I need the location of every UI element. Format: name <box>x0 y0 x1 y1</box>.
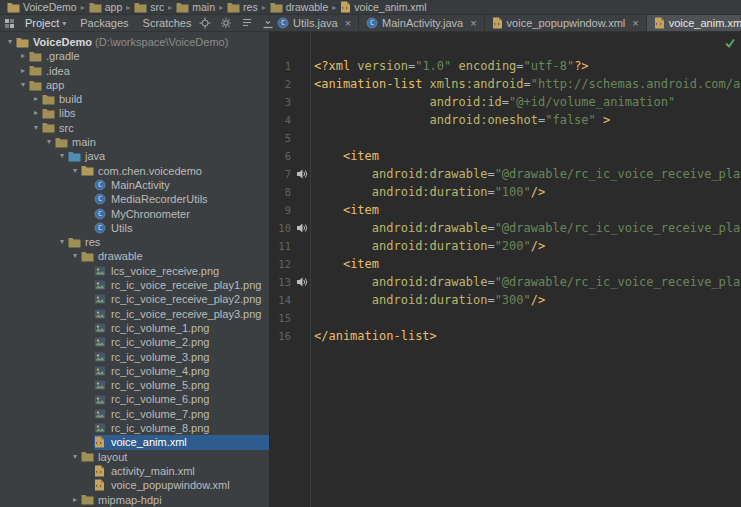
class-icon: C <box>277 17 289 29</box>
image-file-icon <box>94 408 109 420</box>
tree-item-com-chen-voicedemo[interactable]: ▾com.chen.voicedemo <box>0 164 269 178</box>
chevron-down-icon[interactable]: ▾ <box>4 35 16 49</box>
tree-item-rc-ic-volume-7-png[interactable]: rc_ic_volume_7.png <box>0 407 269 421</box>
tree-item-rc-ic-voice-receive-play3-png[interactable]: rc_ic_voice_receive_play3.png <box>0 307 269 321</box>
tree-item-src[interactable]: ▾src <box>0 121 269 135</box>
chevron-down-icon[interactable]: ▾ <box>30 121 42 135</box>
tree-item-libs[interactable]: ▸libs <box>0 106 269 120</box>
tool-tab-scratches[interactable]: Scratches <box>136 15 199 31</box>
xml-file-icon <box>654 17 665 29</box>
project-icon <box>7 2 20 13</box>
breadcrumb-item-voice-anim-xml[interactable]: voice_anim.xml <box>338 1 428 13</box>
tree-item-rc-ic-volume-8-png[interactable]: rc_ic_volume_8.png <box>0 421 269 435</box>
chevron-right-icon[interactable]: ▸ <box>69 493 81 507</box>
tree-item-build[interactable]: ▸build <box>0 92 269 106</box>
settings-gear-icon[interactable] <box>220 17 232 29</box>
close-icon[interactable]: × <box>345 18 351 29</box>
tree-item-app[interactable]: ▾app <box>0 78 269 92</box>
tree-item-drawable[interactable]: ▾drawable <box>0 249 269 263</box>
tree-item-utils[interactable]: CUtils <box>0 221 269 235</box>
tree-item-layout[interactable]: ▾layout <box>0 450 269 464</box>
editor-tab-voice-popupwindow-xml[interactable]: voice_popupwindow.xml× <box>485 15 647 31</box>
tree-item-rc-ic-volume-6-png[interactable]: rc_ic_volume_6.png <box>0 392 269 406</box>
close-icon[interactable]: × <box>470 18 476 29</box>
editor-tab-bar: CUtils.java×CMainActivity.java×voice_pop… <box>270 15 741 31</box>
project-icon <box>16 37 31 48</box>
code-text: <animation-list xmlns:android="http://sc… <box>310 75 741 93</box>
tree-item-voice-anim-xml[interactable]: voice_anim.xml <box>0 435 269 449</box>
hide-icon[interactable] <box>262 17 274 29</box>
tree-item-mainactivity[interactable]: CMainActivity <box>0 178 269 192</box>
breadcrumb-item-src[interactable]: src <box>132 1 166 13</box>
tree-item-label: rc_ic_voice_receive_play3.png <box>109 307 264 321</box>
locate-file-icon[interactable] <box>199 17 211 29</box>
chevron-down-icon[interactable]: ▾ <box>69 164 81 178</box>
chevron-right-icon[interactable]: ▸ <box>30 106 42 120</box>
project-panel: ▾VoiceDemo (D:\workspace\VoiceDemo)▸.gra… <box>0 32 270 507</box>
code-area[interactable]: 1<?xml version="1.0" encoding="utf-8"?>2… <box>270 32 741 345</box>
tool-window-tabs: Project▾PackagesScratches <box>18 15 199 31</box>
tree-item-rc-ic-voice-receive-play2-png[interactable]: rc_ic_voice_receive_play2.png <box>0 292 269 306</box>
chevron-down-icon[interactable]: ▾ <box>17 78 29 92</box>
breadcrumb-item-drawable[interactable]: drawable <box>268 1 331 13</box>
tree-item-gradle[interactable]: ▸.gradle <box>0 49 269 63</box>
image-file-icon <box>94 379 109 391</box>
tree-item-lcs-voice-receive-png[interactable]: lcs_voice_receive.png <box>0 264 269 278</box>
tree-item-main[interactable]: ▾main <box>0 135 269 149</box>
tree-item-mychronometer[interactable]: CMyChronometer <box>0 207 269 221</box>
close-icon[interactable]: × <box>632 18 638 29</box>
tree-item-rc-ic-voice-receive-play1-png[interactable]: rc_ic_voice_receive_play1.png <box>0 278 269 292</box>
code-text: android:oneshot="false" > <box>310 111 610 129</box>
chevron-right-icon: ▸ <box>81 3 85 12</box>
editor[interactable]: 1<?xml version="1.0" encoding="utf-8"?>2… <box>270 32 741 507</box>
line-number: 8 <box>270 183 294 201</box>
tree-item-mediarecorderutils[interactable]: CMediaRecorderUtils <box>0 192 269 206</box>
tree-item-mipmap-hdpi[interactable]: ▸mipmap-hdpi <box>0 493 269 507</box>
chevron-down-icon[interactable]: ▾ <box>56 235 68 249</box>
tree-item-idea[interactable]: ▸.idea <box>0 64 269 78</box>
breadcrumb-item-app[interactable]: app <box>87 1 125 13</box>
editor-tab-utils-java[interactable]: CUtils.java× <box>270 15 359 31</box>
speaker-icon[interactable] <box>294 222 310 234</box>
tree-item-voicedemo[interactable]: ▾VoiceDemo (D:\workspace\VoiceDemo) <box>0 35 269 49</box>
class-icon: C <box>94 193 109 205</box>
breadcrumb-item-voicedemo[interactable]: VoiceDemo <box>5 1 79 13</box>
breadcrumb-item-res[interactable]: res <box>225 1 260 13</box>
code-text: <item <box>310 255 379 273</box>
line-number: 16 <box>270 327 294 345</box>
tree-item-rc-ic-volume-1-png[interactable]: rc_ic_volume_1.png <box>0 321 269 335</box>
tool-tab-project[interactable]: Project▾ <box>18 15 73 31</box>
chevron-down-icon[interactable]: ▾ <box>56 149 68 163</box>
line-number: 5 <box>270 129 294 147</box>
chevron-right-icon[interactable]: ▸ <box>17 64 29 78</box>
chevron-down-icon[interactable]: ▾ <box>69 249 81 263</box>
tool-tab-packages[interactable]: Packages <box>73 15 135 31</box>
editor-tab-mainactivity-java[interactable]: CMainActivity.java× <box>359 15 485 31</box>
breadcrumb-item-main[interactable]: main <box>174 1 217 13</box>
image-file-icon <box>94 265 109 277</box>
chevron-down-icon[interactable]: ▾ <box>43 135 55 149</box>
chevron-right-icon[interactable]: ▸ <box>17 49 29 63</box>
code-line: 8 android:duration="100"/> <box>270 183 741 201</box>
speaker-icon[interactable] <box>294 276 310 288</box>
tree-item-voice-popupwindow-xml[interactable]: voice_popupwindow.xml <box>0 478 269 492</box>
tree-item-activity-main-xml[interactable]: activity_main.xml <box>0 464 269 478</box>
collapse-all-icon[interactable] <box>241 17 253 29</box>
source-folder-icon <box>68 151 83 162</box>
tree-item-rc-ic-volume-2-png[interactable]: rc_ic_volume_2.png <box>0 335 269 349</box>
tree-item-rc-ic-volume-3-png[interactable]: rc_ic_volume_3.png <box>0 350 269 364</box>
code-line: 4 android:oneshot="false" > <box>270 111 741 129</box>
chevron-down-icon[interactable]: ▾ <box>69 450 81 464</box>
tree-item-rc-ic-volume-4-png[interactable]: rc_ic_volume_4.png <box>0 364 269 378</box>
editor-tab-voice-anim-xml[interactable]: voice_anim.xml× <box>647 15 741 31</box>
inspections-ok-icon[interactable] <box>724 37 736 51</box>
folder-icon <box>42 108 57 119</box>
tree-item-res[interactable]: ▾res <box>0 235 269 249</box>
speaker-icon[interactable] <box>294 168 310 180</box>
tree-item-rc-ic-volume-5-png[interactable]: rc_ic_volume_5.png <box>0 378 269 392</box>
code-text: </animation-list> <box>310 327 437 345</box>
chevron-right-icon[interactable]: ▸ <box>30 92 42 106</box>
tree-item-java[interactable]: ▾java <box>0 149 269 163</box>
image-file-icon <box>94 351 109 363</box>
class-icon: C <box>94 222 109 234</box>
